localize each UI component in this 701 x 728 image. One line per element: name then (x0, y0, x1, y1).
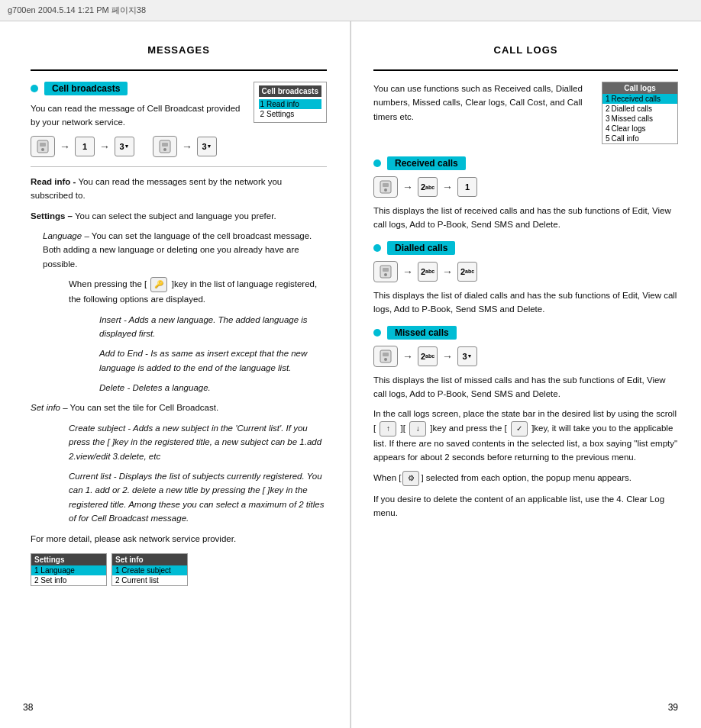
settings-label: Settings – (31, 211, 73, 221)
mini-num: 5 (606, 134, 610, 143)
call-logs-title: CALL LOGS (373, 44, 678, 56)
right-page: CALL LOGS Call logs 1 Received calls 2 D… (350, 21, 701, 728)
language-label: Language (43, 231, 82, 240)
call-logs-mini-title: Call logs (602, 82, 677, 94)
call-logs-row-4: 4 Clear logs (602, 124, 677, 134)
insert-text: - Adds a new language. The added languag… (99, 315, 308, 338)
mini-label: Read info (267, 100, 299, 108)
call-logs-row-3: 3 Missed calls (602, 114, 677, 124)
top-bar: g700en 2004.5.14 1:21 PM 페이지38 (0, 0, 701, 21)
settings-mini-box: Settings 1 Language 2 Set info (31, 553, 107, 586)
language-dash: – (84, 231, 91, 240)
title-divider-right (373, 69, 678, 71)
cell-broadcasts-section: Cell broadcasts 1 Read info 2 Settings C… (31, 82, 327, 163)
missed-calls-icon-row: → 2abc → 3▼ (373, 346, 678, 367)
add-to-end-para: Add to End - Is as same as insert except… (99, 346, 327, 375)
mini-label: Received calls (612, 95, 661, 103)
mini-label: Call info (612, 134, 639, 143)
settings-mini-row-1: 1 Language (31, 565, 106, 575)
page-num-right: 39 (668, 702, 678, 713)
main-content: MESSAGES Cell broadcasts 1 Read info 2 S… (0, 21, 701, 728)
arrow-rc-2: → (442, 181, 453, 193)
cell-broadcasts-mini: Cell broadcasts 1 Read info 2 Settings (254, 82, 327, 123)
messages-title: MESSAGES (31, 44, 327, 56)
dialled-calls-desc: This displays the list of dialed calls a… (373, 288, 678, 317)
call-logs-row-5: 5 Call info (602, 134, 677, 143)
section-divider (31, 166, 327, 167)
phone-icon-box (31, 136, 55, 157)
set-info-mini-row-1: 1 Create subject (112, 565, 187, 575)
arrow-dc-2: → (442, 266, 453, 278)
num-3: 3▼ (115, 137, 134, 156)
page-num-left: 38 (23, 702, 33, 713)
mini-label: Settings (267, 110, 294, 118)
svg-rect-4 (162, 143, 168, 147)
svg-point-5 (163, 148, 166, 151)
received-calls-label: Received calls (387, 156, 466, 170)
svg-point-2 (41, 148, 44, 151)
num-dc-2b: 2abc (457, 262, 477, 282)
phone-icon (36, 140, 50, 153)
svg-rect-1 (40, 143, 46, 147)
missed-calls-header: Missed calls (373, 326, 678, 340)
dialled-calls-header: Dialled calls (373, 241, 678, 255)
arrow-3: → (182, 140, 192, 153)
missed-calls-desc: This displays the list of missed calls a… (373, 373, 678, 401)
cyan-dot (31, 85, 38, 92)
svg-rect-10 (383, 268, 389, 272)
in-the-call-logs: In the call logs screen, place the state… (373, 407, 678, 464)
mini-label: Create subject (121, 566, 170, 575)
num-1: 1 (75, 137, 95, 156)
settings-mini-row-2: 2 Set info (31, 575, 106, 585)
svg-rect-13 (383, 353, 389, 356)
mini-title: Cell broadcasts (259, 85, 321, 97)
delete-para: Delete - Deletes a language. (99, 381, 327, 395)
title-divider (31, 69, 327, 71)
mini-row-read-info: 1 Read info (259, 99, 321, 109)
when-selected: When [⚙] selected from each option, the … (373, 471, 678, 486)
dialled-calls-icon-row: → 2abc → 2abc (373, 261, 678, 282)
settings-desc: You can select the subject and language … (75, 211, 276, 221)
if-you-desire: If you desire to delete the content of a… (373, 492, 678, 520)
insert-label: Insert (99, 315, 121, 324)
dialled-cyan-dot (373, 244, 381, 252)
mini-row-settings: 2 Settings (259, 109, 321, 119)
set-info-mini-title: Set info (112, 554, 187, 565)
received-calls-header: Received calls (373, 156, 678, 170)
num-3b: 3▼ (197, 137, 217, 156)
phone-svg-rc (379, 180, 392, 194)
num-rc-1: 1 (457, 177, 477, 197)
set-info-para: Set info – You can set the tile for Cell… (31, 401, 327, 414)
language-para: Language – You can set the language of t… (43, 229, 327, 271)
add-to-end-label: Add to End (99, 349, 143, 358)
phone-svg-mc (379, 350, 392, 363)
current-list-label: Current list (69, 472, 111, 481)
set-info-text: You can set the tile for Cell Broadcast. (70, 403, 219, 412)
mini-num: 2 (606, 105, 610, 113)
call-logs-mini: Call logs 1 Received calls 2 Dialled cal… (602, 82, 678, 144)
scroll-up-icon: ↑ (380, 421, 396, 436)
svg-point-8 (384, 188, 387, 192)
insert-para: Insert - Adds a new language. The added … (99, 313, 327, 341)
svg-point-11 (384, 273, 387, 276)
set-info-mini-row-2: 2 Current list (112, 575, 187, 585)
phone-icon-mc (373, 346, 398, 367)
arrow-dc-1: → (402, 266, 413, 278)
num-mc-2: 2abc (418, 346, 438, 366)
arrow-mc-2: → (442, 350, 453, 362)
dialled-calls-label: Dialled calls (387, 241, 455, 255)
call-logs-row-1: 1 Received calls (602, 94, 677, 104)
set-info-mini-box: Set info 1 Create subject 2 Current list (111, 553, 188, 586)
mini-num: 1 (606, 95, 610, 103)
option-key-icon: ⚙ (402, 471, 419, 486)
current-list-para: Current list - Displays the list of subj… (69, 469, 327, 526)
select-key-icon: ✓ (511, 421, 528, 436)
arrow-mc-1: → (402, 350, 413, 362)
phone-svg-dc (379, 265, 392, 279)
scroll-down-icon: ↓ (409, 421, 426, 436)
delete-text: - Deletes a language. (127, 383, 210, 392)
num-mc-3: 3▼ (457, 346, 477, 366)
read-info-label: Read info - (31, 177, 76, 186)
cell-broadcasts-label: Cell broadcasts (44, 82, 128, 95)
mini-num: 4 (606, 124, 610, 133)
